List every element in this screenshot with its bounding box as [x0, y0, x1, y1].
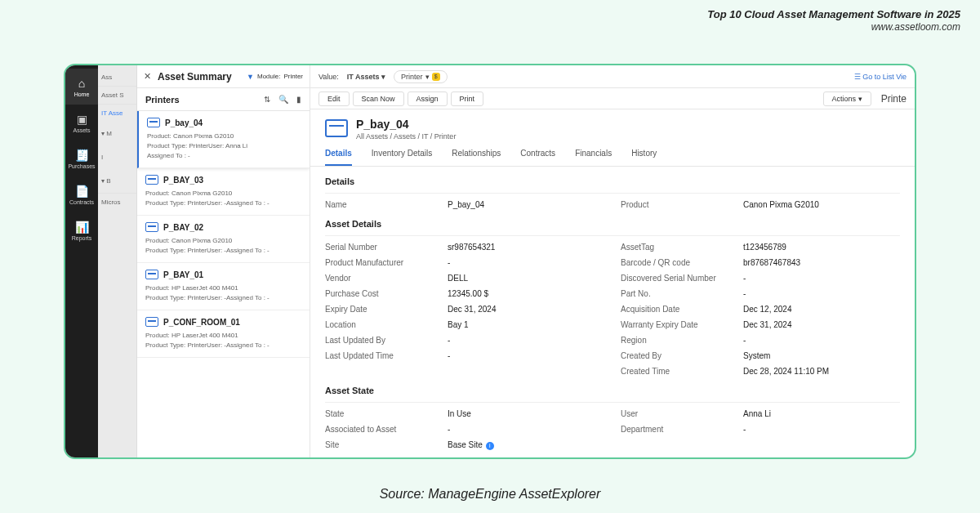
- nav-home[interactable]: ⌂ Home: [65, 69, 98, 105]
- nav-label: Assets: [73, 127, 90, 133]
- cube-icon: ▣: [77, 113, 87, 126]
- nav-purchases[interactable]: 🧾 Purchases: [65, 141, 98, 176]
- filter-value: Printer: [283, 73, 303, 80]
- printer-pill[interactable]: Printer ▾ $: [394, 70, 448, 83]
- value-acquisition-date: Dec 12, 2024: [743, 305, 900, 314]
- value-dropdown[interactable]: IT Assets ▾: [347, 73, 385, 81]
- tab-relationships[interactable]: Relationships: [452, 149, 501, 166]
- value-barcode: br87687467843: [743, 258, 900, 267]
- value-product: Canon Pixma G2010: [743, 200, 900, 209]
- value-created-by: System: [743, 351, 900, 360]
- tab-contracts[interactable]: Contracts: [520, 149, 555, 166]
- nav-label: Home: [74, 91, 90, 97]
- label-manufacturer: Product Manufacturer: [325, 258, 431, 267]
- printer-list-panel: ✕ Asset Summary ▼ Module: Printer Printe…: [137, 65, 310, 457]
- left-nav: ⌂ Home ▣ Assets 🧾 Purchases 📄 Contracts …: [65, 65, 98, 457]
- label-product: Product: [621, 200, 727, 209]
- value-department: -: [743, 425, 900, 434]
- search-icon[interactable]: 🔍: [278, 95, 288, 104]
- chevron-down-icon[interactable]: ▾ B: [98, 169, 136, 193]
- printer-meta: Product: Canon Pixma G2010: [145, 189, 301, 199]
- value-warranty-expiry: Dec 31, 2024: [743, 320, 900, 329]
- breadcrumb[interactable]: All Assets / Assets / IT / Printer: [356, 132, 456, 141]
- actions-dropdown[interactable]: Actions ▾: [823, 91, 871, 106]
- assign-button[interactable]: Assign: [408, 91, 448, 106]
- label-discovered-serial: Discovered Serial Number: [621, 274, 727, 283]
- printer-name: P_BAY_01: [163, 270, 203, 279]
- secondary-nav-item[interactable]: I: [98, 145, 136, 169]
- value-site: Base Sitei: [448, 440, 604, 450]
- list-title: Printers: [145, 95, 180, 105]
- label-serial: Serial Number: [325, 243, 431, 252]
- source-caption: Source: ManageEngine AssetExplorer: [0, 487, 980, 502]
- printer-meta: Product Type: PrinterUser: Anna Li: [147, 141, 301, 151]
- module-filter[interactable]: ▼ Module: Printer: [247, 73, 303, 81]
- printer-list-item[interactable]: P_BAY_01Product: HP LaserJet 400 M401Pro…: [137, 263, 310, 310]
- sort-icon[interactable]: ⇅: [264, 95, 270, 104]
- tab-history[interactable]: History: [631, 149, 657, 166]
- value-state: In Use: [448, 409, 604, 418]
- label-last-updated-time: Last Updated Time: [325, 351, 431, 360]
- value-user: Anna Li: [743, 409, 900, 418]
- label-barcode: Barcode / QR code: [621, 258, 727, 267]
- list-toolbar: Printers ⇅ 🔍 ▮: [137, 88, 310, 111]
- label-part-no: Part No.: [621, 289, 727, 298]
- label-state: State: [325, 409, 431, 418]
- nav-reports[interactable]: 📊 Reports: [65, 212, 98, 248]
- printer-meta: Product Type: PrinterUser: -Assigned To …: [145, 246, 301, 256]
- value-last-updated-time: -: [448, 351, 604, 360]
- edit-button[interactable]: Edit: [318, 91, 350, 106]
- printer-list-item[interactable]: P_bay_04Product: Canon Pixma G2010Produc…: [137, 111, 310, 168]
- asset-title: P_bay_04: [356, 118, 456, 131]
- value-label: Value:: [318, 73, 339, 81]
- printer-icon: [147, 118, 160, 127]
- printer-name: P_BAY_03: [163, 176, 203, 185]
- nav-contracts[interactable]: 📄 Contracts: [65, 176, 98, 212]
- printer-meta: Product Type: PrinterUser: -Assigned To …: [145, 293, 301, 303]
- secondary-nav-item-active[interactable]: IT Asse: [98, 104, 136, 122]
- scan-now-button[interactable]: Scan Now: [353, 91, 404, 106]
- label-warranty-expiry: Warranty Expiry Date: [621, 320, 727, 329]
- filter-icon[interactable]: ▮: [296, 95, 301, 104]
- label-vendor: Vendor: [325, 274, 431, 283]
- secondary-nav-item[interactable]: Micros: [98, 193, 136, 211]
- tab-inventory-details[interactable]: Inventory Details: [372, 149, 432, 166]
- value-purchase-cost: 12345.00 $: [448, 289, 604, 298]
- info-icon[interactable]: i: [486, 442, 494, 450]
- value-serial: sr987654321: [448, 243, 604, 252]
- nav-label: Contracts: [69, 199, 94, 205]
- secondary-nav: Ass Asset S IT Asse ▾ M I ▾ B Micros: [98, 65, 137, 457]
- printer-meta: Product: HP LaserJet 400 M401: [145, 331, 301, 341]
- banner-url: www.assetloom.com: [871, 21, 960, 33]
- label-created-by: Created By: [621, 351, 727, 360]
- asset-header: P_bay_04 All Assets / Assets / IT / Prin…: [310, 109, 915, 141]
- tab-details[interactable]: Details: [325, 149, 352, 166]
- secondary-nav-item[interactable]: Asset S: [98, 86, 136, 104]
- value-vendor: DELL: [448, 274, 604, 283]
- printer-list-item[interactable]: P_CONF_ROOM_01Product: HP LaserJet 400 M…: [137, 310, 310, 358]
- printer-meta: Product: Canon Pixma G2010: [147, 132, 301, 141]
- label-name: Name: [325, 200, 431, 209]
- tab-financials[interactable]: Financials: [575, 149, 612, 166]
- go-to-list-view-link[interactable]: ☰ Go to List Vie: [854, 73, 906, 81]
- printer-list-item[interactable]: P_BAY_02Product: Canon Pixma G2010Produc…: [137, 216, 310, 263]
- printer-icon: [145, 175, 158, 185]
- nav-label: Purchases: [68, 163, 95, 169]
- printer-meta: Product Type: PrinterUser: -Assigned To …: [145, 341, 301, 350]
- label-purchase-cost: Purchase Cost: [325, 289, 431, 298]
- secondary-nav-item[interactable]: Ass: [98, 65, 136, 86]
- close-icon[interactable]: ✕: [144, 71, 151, 82]
- chevron-down-icon[interactable]: ▾ M: [98, 122, 136, 145]
- label-region: Region: [621, 336, 727, 345]
- label-acquisition-date: Acquisition Date: [621, 305, 727, 314]
- section-title-asset-state: Asset State: [325, 376, 900, 403]
- nav-assets[interactable]: ▣ Assets: [65, 105, 98, 141]
- context-label: Printe: [881, 93, 906, 105]
- value-last-updated-by: -: [448, 336, 604, 345]
- label-last-updated-by: Last Updated By: [325, 336, 431, 345]
- home-icon: ⌂: [78, 77, 85, 90]
- printer-list-item[interactable]: P_BAY_03Product: Canon Pixma G2010Produc…: [137, 168, 310, 216]
- filter-label: Module:: [257, 73, 280, 80]
- label-asset-tag: AssetTag: [621, 243, 727, 252]
- print-button[interactable]: Print: [451, 91, 484, 106]
